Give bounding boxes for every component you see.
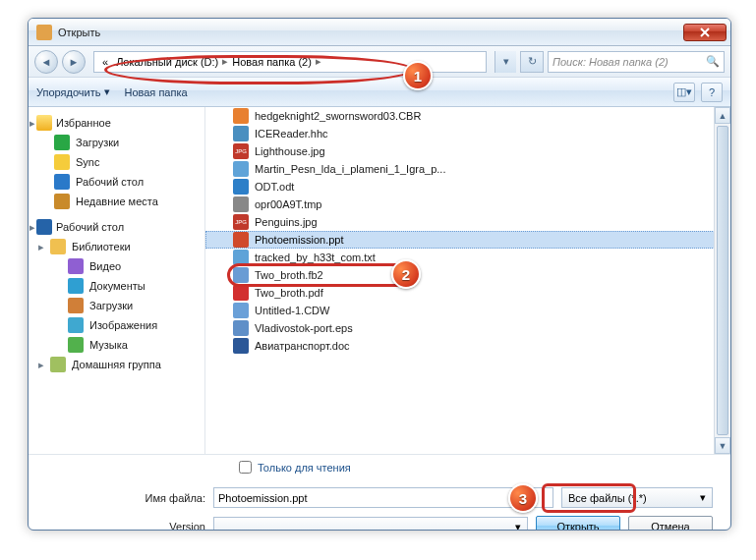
file-row[interactable]: Untitled-1.CDW: [205, 302, 730, 319]
cancel-button[interactable]: Отмена: [628, 516, 713, 531]
ppt-icon: [233, 232, 249, 248]
file-row[interactable]: ODT.odt: [205, 178, 730, 196]
close-button[interactable]: [683, 24, 727, 41]
toolbar: Упорядочить▾ Новая папка ◫▾ ?: [29, 78, 730, 107]
window-title: Открыть: [58, 27, 683, 38]
file-row[interactable]: Vladivostok-port.eps: [205, 319, 730, 337]
homegroup-icon: [50, 357, 66, 372]
jpg-icon: JPG: [233, 143, 249, 159]
desktop-icon: [54, 174, 70, 190]
sidebar: ▸Избранное Загрузки Sync Рабочий стол Не…: [29, 107, 205, 454]
breadcrumb-dropdown[interactable]: ▾: [494, 51, 516, 73]
view-menu[interactable]: ◫▾: [673, 83, 695, 102]
chevron-right-icon: ▸: [316, 55, 321, 68]
video-icon: [68, 258, 84, 274]
sidebar-libraries[interactable]: ▸Библиотеки: [29, 237, 204, 256]
chevron-down-icon: ▾: [104, 85, 110, 98]
titlebar: Открыть: [29, 19, 730, 46]
file-row[interactable]: JPGLighthouse.jpg: [205, 142, 730, 160]
readonly-row: Только для чтения: [29, 454, 730, 479]
pdf-icon: [233, 285, 249, 301]
chevron-down-icon: ▾: [515, 521, 521, 532]
scroll-down-icon[interactable]: ▼: [715, 437, 730, 454]
breadcrumb-folder[interactable]: Новая папка (2): [228, 56, 316, 68]
jpg-icon: JPG: [233, 214, 249, 230]
file-icon: [233, 108, 249, 124]
file-row[interactable]: JPGPenguins.jpg: [205, 213, 730, 231]
file-icon: [233, 161, 249, 177]
images-icon: [68, 317, 84, 333]
callout-number-1: 1: [403, 61, 433, 90]
filter-combo[interactable]: Все файлы (*.*)▾: [561, 487, 713, 508]
desktop-icon: [36, 219, 52, 235]
sidebar-item-downloads2[interactable]: Загрузки: [29, 296, 204, 315]
file-icon: [233, 267, 249, 283]
dialog-body: ▸Избранное Загрузки Sync Рабочий стол Не…: [29, 107, 730, 454]
readonly-checkbox[interactable]: [239, 461, 252, 474]
sidebar-desktop-group[interactable]: ▸Рабочий стол: [29, 217, 204, 237]
new-folder-button[interactable]: Новая папка: [124, 86, 187, 98]
file-row[interactable]: Martin_Pesn_lda_i_plameni_1_Igra_p...: [205, 160, 730, 178]
back-button[interactable]: ◄: [34, 50, 58, 74]
forward-button[interactable]: ►: [62, 50, 86, 74]
file-icon: [233, 196, 249, 212]
refresh-button[interactable]: ↻: [520, 51, 544, 73]
doc-icon: [233, 338, 249, 354]
search-input[interactable]: Поиск: Новая папка (2) 🔍: [548, 51, 725, 73]
sidebar-favorites[interactable]: ▸Избранное: [29, 113, 204, 133]
sidebar-item-music[interactable]: Музыка: [29, 335, 204, 355]
open-dialog: Открыть ◄ ► « Локальный диск (D:) ▸ Нова…: [28, 18, 731, 531]
music-icon: [68, 337, 84, 353]
folder-icon: [68, 298, 84, 313]
readonly-checkbox-label[interactable]: Только для чтения: [239, 461, 730, 474]
recent-icon: [54, 194, 70, 209]
file-icon: [233, 179, 249, 195]
file-icon: [233, 303, 249, 318]
sidebar-homegroup[interactable]: ▸Домашняя группа: [29, 355, 204, 374]
help-button[interactable]: ?: [701, 83, 723, 102]
sidebar-item-video[interactable]: Видео: [29, 256, 204, 276]
sidebar-item-recent[interactable]: Недавние места: [29, 192, 204, 211]
scrollbar[interactable]: ▲ ▼: [714, 107, 730, 454]
file-row[interactable]: hedgeknight2_swornsword03.CBR: [205, 107, 730, 125]
sidebar-item-downloads[interactable]: Загрузки: [29, 133, 204, 152]
close-icon: [700, 28, 710, 37]
file-row[interactable]: Two_broth.fb2: [205, 266, 730, 284]
scroll-up-icon[interactable]: ▲: [715, 107, 730, 124]
folder-icon: [54, 154, 70, 170]
version-label: Version: [46, 521, 205, 531]
app-icon: [36, 25, 52, 40]
star-icon: [36, 115, 52, 131]
open-button[interactable]: Открыть: [536, 516, 620, 531]
organize-menu[interactable]: Упорядочить▾: [36, 85, 110, 98]
file-row[interactable]: Авиатранспорт.doc: [205, 337, 730, 355]
filename-input[interactable]: [213, 487, 553, 508]
search-icon: 🔍: [706, 55, 720, 68]
file-row-selected[interactable]: Photoemission.ppt: [205, 231, 730, 249]
folder-icon: [54, 135, 70, 150]
file-icon: [233, 126, 249, 141]
scroll-thumb[interactable]: [717, 126, 728, 435]
nav-bar: ◄ ► « Локальный диск (D:) ▸ Новая папка …: [29, 46, 730, 78]
file-list[interactable]: hedgeknight2_swornsword03.CBR ICEReader.…: [205, 107, 730, 454]
sidebar-item-documents[interactable]: Документы: [29, 276, 204, 296]
documents-icon: [68, 278, 84, 294]
file-row[interactable]: tracked_by_h33t_com.txt: [205, 249, 730, 266]
callout-number-2: 2: [391, 259, 421, 289]
callout-number-3: 3: [508, 483, 538, 513]
file-row[interactable]: opr00A9T.tmp: [205, 196, 730, 213]
file-row[interactable]: ICEReader.hhc: [205, 125, 730, 142]
sidebar-item-sync[interactable]: Sync: [29, 152, 204, 172]
sidebar-item-images[interactable]: Изображения: [29, 315, 204, 335]
sidebar-item-desktop[interactable]: Рабочий стол: [29, 172, 204, 192]
version-combo[interactable]: ▾: [213, 517, 528, 532]
breadcrumb-prefix: «: [98, 56, 112, 68]
file-icon: [233, 250, 249, 265]
footer: Имя файла: Все файлы (*.*)▾ Version ▾ От…: [29, 479, 730, 531]
breadcrumb-disk[interactable]: Локальный диск (D:): [112, 56, 222, 68]
file-icon: [233, 320, 249, 336]
file-row[interactable]: Two_broth.pdf: [205, 284, 730, 302]
filename-label: Имя файла:: [46, 492, 205, 504]
library-icon: [50, 239, 66, 254]
chevron-down-icon: ▾: [700, 491, 706, 504]
